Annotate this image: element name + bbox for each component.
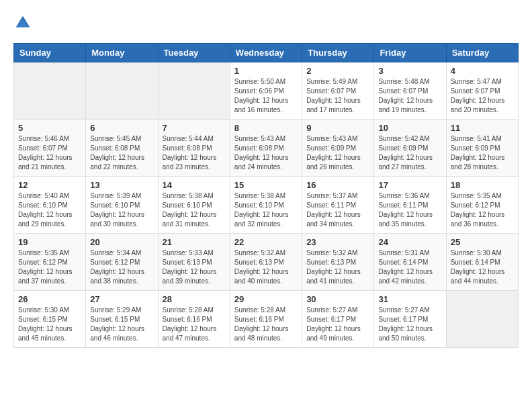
calendar-cell	[86, 62, 158, 120]
day-content: Sunrise: 5:30 AM Sunset: 6:15 PM Dayligh…	[18, 306, 81, 343]
calendar-header-wednesday: Wednesday	[230, 44, 302, 62]
calendar-cell: 7Sunrise: 5:44 AM Sunset: 6:08 PM Daylig…	[158, 120, 230, 177]
day-content: Sunrise: 5:35 AM Sunset: 6:12 PM Dayligh…	[18, 248, 81, 286]
calendar-cell: 15Sunrise: 5:38 AM Sunset: 6:10 PM Dayli…	[230, 177, 302, 234]
calendar-cell: 23Sunrise: 5:32 AM Sunset: 6:13 PM Dayli…	[302, 234, 374, 291]
day-content: Sunrise: 5:30 AM Sunset: 6:14 PM Dayligh…	[451, 248, 514, 286]
calendar-week-row: 1Sunrise: 5:50 AM Sunset: 6:06 PM Daylig…	[14, 62, 519, 120]
day-number: 31	[378, 294, 441, 304]
day-content: Sunrise: 5:37 AM Sunset: 6:11 PM Dayligh…	[306, 191, 369, 229]
day-content: Sunrise: 5:41 AM Sunset: 6:09 PM Dayligh…	[451, 134, 514, 172]
calendar-cell: 16Sunrise: 5:37 AM Sunset: 6:11 PM Dayli…	[302, 177, 374, 234]
day-number: 28	[163, 294, 226, 304]
calendar-cell: 12Sunrise: 5:40 AM Sunset: 6:10 PM Dayli…	[14, 177, 86, 234]
calendar-cell: 17Sunrise: 5:36 AM Sunset: 6:11 PM Dayli…	[374, 177, 446, 234]
day-number: 2	[306, 66, 369, 76]
logo-icon	[13, 13, 32, 32]
day-number: 1	[234, 66, 298, 76]
day-content: Sunrise: 5:28 AM Sunset: 6:16 PM Dayligh…	[163, 306, 226, 343]
day-number: 30	[306, 294, 369, 304]
calendar-cell: 1Sunrise: 5:50 AM Sunset: 6:06 PM Daylig…	[230, 62, 302, 120]
day-content: Sunrise: 5:29 AM Sunset: 6:15 PM Dayligh…	[90, 306, 153, 343]
day-content: Sunrise: 5:38 AM Sunset: 6:10 PM Dayligh…	[234, 191, 298, 229]
day-number: 6	[90, 123, 153, 133]
calendar-cell: 5Sunrise: 5:46 AM Sunset: 6:07 PM Daylig…	[14, 120, 86, 177]
day-content: Sunrise: 5:27 AM Sunset: 6:17 PM Dayligh…	[378, 306, 441, 343]
calendar-header-tuesday: Tuesday	[158, 44, 230, 62]
calendar-cell	[14, 62, 86, 120]
calendar-cell: 11Sunrise: 5:41 AM Sunset: 6:09 PM Dayli…	[446, 120, 518, 177]
calendar-cell: 30Sunrise: 5:27 AM Sunset: 6:17 PM Dayli…	[302, 291, 374, 348]
calendar-cell	[158, 62, 230, 120]
day-number: 14	[163, 180, 226, 190]
calendar-cell: 31Sunrise: 5:27 AM Sunset: 6:17 PM Dayli…	[374, 291, 446, 348]
day-number: 3	[378, 66, 441, 76]
calendar-cell: 10Sunrise: 5:42 AM Sunset: 6:09 PM Dayli…	[374, 120, 446, 177]
day-number: 12	[18, 180, 81, 190]
calendar-header-sunday: Sunday	[14, 44, 86, 62]
day-number: 13	[90, 180, 153, 190]
calendar-header-friday: Friday	[374, 44, 446, 62]
day-content: Sunrise: 5:46 AM Sunset: 6:07 PM Dayligh…	[18, 134, 81, 172]
day-content: Sunrise: 5:40 AM Sunset: 6:10 PM Dayligh…	[18, 191, 81, 229]
day-number: 15	[234, 180, 298, 190]
calendar-header-monday: Monday	[86, 44, 158, 62]
calendar-cell: 3Sunrise: 5:48 AM Sunset: 6:07 PM Daylig…	[374, 62, 446, 120]
day-number: 9	[306, 123, 369, 133]
calendar-cell: 4Sunrise: 5:47 AM Sunset: 6:07 PM Daylig…	[446, 62, 518, 120]
calendar-header-saturday: Saturday	[446, 44, 518, 62]
calendar-header-thursday: Thursday	[302, 44, 374, 62]
calendar-cell: 26Sunrise: 5:30 AM Sunset: 6:15 PM Dayli…	[14, 291, 86, 348]
day-content: Sunrise: 5:48 AM Sunset: 6:07 PM Dayligh…	[378, 77, 441, 115]
calendar-cell: 9Sunrise: 5:43 AM Sunset: 6:09 PM Daylig…	[302, 120, 374, 177]
calendar-cell	[446, 291, 518, 348]
day-content: Sunrise: 5:43 AM Sunset: 6:09 PM Dayligh…	[306, 134, 369, 172]
calendar-cell: 21Sunrise: 5:33 AM Sunset: 6:13 PM Dayli…	[158, 234, 230, 291]
calendar-cell: 14Sunrise: 5:38 AM Sunset: 6:10 PM Dayli…	[158, 177, 230, 234]
page-header	[13, 13, 519, 32]
day-content: Sunrise: 5:42 AM Sunset: 6:09 PM Dayligh…	[378, 134, 441, 172]
calendar-cell: 6Sunrise: 5:45 AM Sunset: 6:08 PM Daylig…	[86, 120, 158, 177]
day-number: 16	[306, 180, 369, 190]
day-content: Sunrise: 5:32 AM Sunset: 6:13 PM Dayligh…	[306, 248, 369, 286]
calendar-cell: 27Sunrise: 5:29 AM Sunset: 6:15 PM Dayli…	[86, 291, 158, 348]
calendar-week-row: 12Sunrise: 5:40 AM Sunset: 6:10 PM Dayli…	[14, 177, 519, 234]
calendar-cell: 13Sunrise: 5:39 AM Sunset: 6:10 PM Dayli…	[86, 177, 158, 234]
day-number: 26	[18, 294, 81, 304]
day-content: Sunrise: 5:47 AM Sunset: 6:07 PM Dayligh…	[451, 77, 514, 115]
day-number: 18	[451, 180, 514, 190]
day-number: 10	[378, 123, 441, 133]
day-content: Sunrise: 5:39 AM Sunset: 6:10 PM Dayligh…	[90, 191, 153, 229]
day-content: Sunrise: 5:33 AM Sunset: 6:13 PM Dayligh…	[163, 248, 226, 286]
day-number: 7	[163, 123, 226, 133]
day-content: Sunrise: 5:36 AM Sunset: 6:11 PM Dayligh…	[378, 191, 441, 229]
day-number: 27	[90, 294, 153, 304]
calendar-table: SundayMondayTuesdayWednesdayThursdayFrid…	[13, 43, 519, 348]
day-number: 19	[18, 237, 81, 247]
logo	[13, 13, 35, 32]
day-content: Sunrise: 5:38 AM Sunset: 6:10 PM Dayligh…	[163, 191, 226, 229]
day-content: Sunrise: 5:50 AM Sunset: 6:06 PM Dayligh…	[234, 77, 298, 115]
calendar-week-row: 26Sunrise: 5:30 AM Sunset: 6:15 PM Dayli…	[14, 291, 519, 348]
calendar-cell: 24Sunrise: 5:31 AM Sunset: 6:14 PM Dayli…	[374, 234, 446, 291]
day-number: 23	[306, 237, 369, 247]
day-content: Sunrise: 5:27 AM Sunset: 6:17 PM Dayligh…	[306, 306, 369, 343]
day-content: Sunrise: 5:28 AM Sunset: 6:16 PM Dayligh…	[234, 306, 298, 343]
day-content: Sunrise: 5:31 AM Sunset: 6:14 PM Dayligh…	[378, 248, 441, 286]
day-number: 4	[451, 66, 514, 76]
calendar-week-row: 19Sunrise: 5:35 AM Sunset: 6:12 PM Dayli…	[14, 234, 519, 291]
day-content: Sunrise: 5:45 AM Sunset: 6:08 PM Dayligh…	[90, 134, 153, 172]
day-content: Sunrise: 5:32 AM Sunset: 6:13 PM Dayligh…	[234, 248, 298, 286]
day-content: Sunrise: 5:34 AM Sunset: 6:12 PM Dayligh…	[90, 248, 153, 286]
day-number: 22	[234, 237, 298, 247]
day-number: 20	[90, 237, 153, 247]
day-content: Sunrise: 5:49 AM Sunset: 6:07 PM Dayligh…	[306, 77, 369, 115]
calendar-cell: 2Sunrise: 5:49 AM Sunset: 6:07 PM Daylig…	[302, 62, 374, 120]
day-content: Sunrise: 5:44 AM Sunset: 6:08 PM Dayligh…	[163, 134, 226, 172]
calendar-cell: 8Sunrise: 5:43 AM Sunset: 6:08 PM Daylig…	[230, 120, 302, 177]
calendar-header-row: SundayMondayTuesdayWednesdayThursdayFrid…	[14, 44, 519, 62]
day-number: 25	[451, 237, 514, 247]
day-content: Sunrise: 5:35 AM Sunset: 6:12 PM Dayligh…	[451, 191, 514, 229]
day-content: Sunrise: 5:43 AM Sunset: 6:08 PM Dayligh…	[234, 134, 298, 172]
day-number: 24	[378, 237, 441, 247]
